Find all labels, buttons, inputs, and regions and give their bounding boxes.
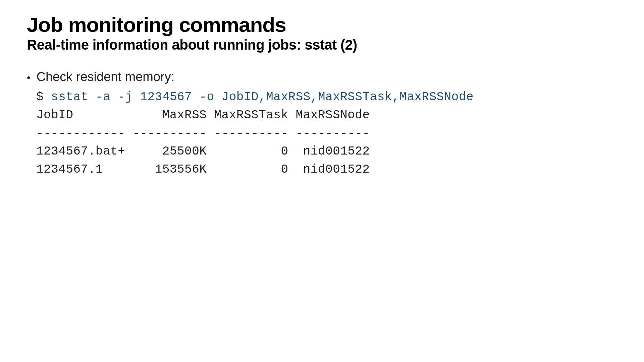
output-divider: ------------ ---------- ---------- -----… [36, 126, 370, 140]
bullet-text: Check resident memory: [37, 70, 175, 84]
bullet-item: • Check resident memory: [27, 70, 617, 84]
terminal-block: $ sstat -a -j 1234567 -o JobID,MaxRSS,Ma… [36, 88, 617, 179]
slide-content: • Check resident memory: $ sstat -a -j 1… [27, 70, 617, 179]
output-row: 1234567.1 153556K 0 nid001522 [36, 163, 370, 176]
slide-subtitle: Real-time information about running jobs… [27, 37, 617, 53]
output-header: JobID MaxRSS MaxRSSTask MaxRSSNode [36, 108, 370, 122]
slide-title: Job monitoring commands [27, 13, 617, 36]
bullet-icon: • [27, 73, 31, 83]
shell-command: sstat -a -j 1234567 -o JobID,MaxRSS,MaxR… [51, 90, 474, 104]
shell-prompt: $ [36, 90, 51, 104]
output-row: 1234567.bat+ 25500K 0 nid001522 [36, 144, 370, 158]
